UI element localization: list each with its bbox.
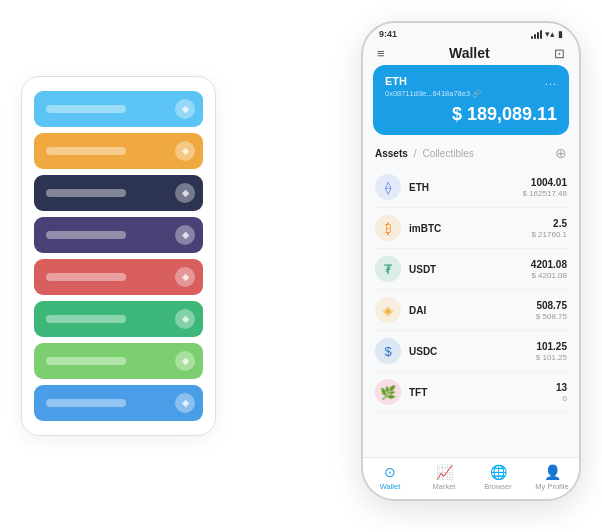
card-label-bar <box>46 189 126 197</box>
bottom-nav-icon-0: ⊙ <box>384 464 396 480</box>
bottom-nav-icon-2: 🌐 <box>490 464 507 480</box>
card-label-bar <box>46 399 126 407</box>
bottom-nav-item-browser[interactable]: 🌐Browser <box>471 464 525 491</box>
bottom-nav: ⊙Wallet📈Market🌐Browser👤My Profile <box>363 457 579 499</box>
asset-usd: $ 162517.48 <box>523 189 568 198</box>
bottom-nav-label-2: Browser <box>484 482 512 491</box>
asset-icon-usdt: ₮ <box>375 256 401 282</box>
scan-icon[interactable]: ⊡ <box>554 46 565 61</box>
asset-qty: 508.75 <box>536 300 567 311</box>
card-label-bar <box>46 357 126 365</box>
bottom-nav-item-my-profile[interactable]: 👤My Profile <box>525 464 579 491</box>
bottom-nav-label-3: My Profile <box>535 482 568 491</box>
status-bar: 9:41 ▾▴ ▮ <box>363 23 579 41</box>
card-dot-icon: ◈ <box>175 183 195 203</box>
asset-amounts: 508.75$ 508.75 <box>536 300 567 321</box>
asset-amounts: 4201.08$ 4201.08 <box>531 259 567 280</box>
card-item-1[interactable]: ◈ <box>34 133 203 169</box>
card-label-bar <box>46 315 126 323</box>
asset-list: ⟠ETH1004.01$ 162517.48₿imBTC2.5$ 21760.1… <box>363 167 579 457</box>
card-item-5[interactable]: ◈ <box>34 301 203 337</box>
asset-usd: 0 <box>556 394 567 403</box>
asset-qty: 13 <box>556 382 567 393</box>
asset-amounts: 130 <box>556 382 567 403</box>
card-dot-icon: ◈ <box>175 225 195 245</box>
asset-name-usdc: USDC <box>409 346 536 357</box>
nav-bar: ≡ Wallet ⊡ <box>363 41 579 65</box>
asset-usd: $ 508.75 <box>536 312 567 321</box>
wifi-icon: ▾▴ <box>545 29 555 39</box>
tab-divider: / <box>414 148 417 159</box>
asset-name-tft: TFT <box>409 387 556 398</box>
card-item-6[interactable]: ◈ <box>34 343 203 379</box>
card-stack: ◈◈◈◈◈◈◈◈ <box>21 76 216 436</box>
asset-icon-usdc: $ <box>375 338 401 364</box>
wallet-card: ETH ... 0x08711d3e...8418a78e3 🔗 $ 189,0… <box>373 65 569 135</box>
assets-header: Assets / Collectibles ⊕ <box>363 143 579 167</box>
card-item-3[interactable]: ◈ <box>34 217 203 253</box>
asset-qty: 101.25 <box>536 341 567 352</box>
phone-frame: 9:41 ▾▴ ▮ ≡ Wallet ⊡ ETH ... <box>361 21 581 501</box>
tab-collectibles[interactable]: Collectibles <box>423 148 474 159</box>
asset-icon-tft: 🌿 <box>375 379 401 405</box>
bottom-nav-item-wallet[interactable]: ⊙Wallet <box>363 464 417 491</box>
asset-name-eth: ETH <box>409 182 523 193</box>
bottom-nav-label-1: Market <box>433 482 456 491</box>
asset-row[interactable]: ◈DAI508.75$ 508.75 <box>373 290 569 331</box>
wallet-balance: $ 189,089.11 <box>385 104 557 125</box>
asset-qty: 1004.01 <box>523 177 568 188</box>
card-dot-icon: ◈ <box>175 393 195 413</box>
asset-qty: 4201.08 <box>531 259 567 270</box>
card-dot-icon: ◈ <box>175 267 195 287</box>
bottom-nav-icon-3: 👤 <box>544 464 561 480</box>
asset-row[interactable]: ⟠ETH1004.01$ 162517.48 <box>373 167 569 208</box>
card-label-bar <box>46 273 126 281</box>
card-item-4[interactable]: ◈ <box>34 259 203 295</box>
asset-icon-imbtc: ₿ <box>375 215 401 241</box>
asset-name-dai: DAI <box>409 305 536 316</box>
asset-row[interactable]: ₮USDT4201.08$ 4201.08 <box>373 249 569 290</box>
asset-row[interactable]: ₿imBTC2.5$ 21760.1 <box>373 208 569 249</box>
card-dot-icon: ◈ <box>175 141 195 161</box>
wallet-address: 0x08711d3e...8418a78e3 🔗 <box>385 89 557 98</box>
card-label-bar <box>46 147 126 155</box>
tab-assets[interactable]: Assets <box>375 148 408 159</box>
asset-icon-eth: ⟠ <box>375 174 401 200</box>
asset-amounts: 1004.01$ 162517.48 <box>523 177 568 198</box>
status-icons: ▾▴ ▮ <box>531 29 563 39</box>
battery-icon: ▮ <box>558 29 563 39</box>
asset-usd: $ 101.25 <box>536 353 567 362</box>
card-item-0[interactable]: ◈ <box>34 91 203 127</box>
asset-usd: $ 21760.1 <box>531 230 567 239</box>
card-dot-icon: ◈ <box>175 99 195 119</box>
signal-bars-icon <box>531 30 542 39</box>
card-label-bar <box>46 231 126 239</box>
card-dot-icon: ◈ <box>175 351 195 371</box>
asset-usd: $ 4201.08 <box>531 271 567 280</box>
asset-row[interactable]: 🌿TFT130 <box>373 372 569 413</box>
status-time: 9:41 <box>379 29 397 39</box>
menu-icon[interactable]: ≡ <box>377 46 385 61</box>
assets-tabs: Assets / Collectibles <box>375 148 474 159</box>
asset-amounts: 2.5$ 21760.1 <box>531 218 567 239</box>
wallet-more-icon[interactable]: ... <box>545 75 557 87</box>
asset-name-usdt: USDT <box>409 264 531 275</box>
card-item-2[interactable]: ◈ <box>34 175 203 211</box>
scene: ◈◈◈◈◈◈◈◈ 9:41 ▾▴ ▮ ≡ Wallet ⊡ <box>21 21 581 511</box>
card-dot-icon: ◈ <box>175 309 195 329</box>
bottom-nav-item-market[interactable]: 📈Market <box>417 464 471 491</box>
asset-icon-dai: ◈ <box>375 297 401 323</box>
wallet-eth-label: ETH <box>385 75 407 87</box>
card-item-7[interactable]: ◈ <box>34 385 203 421</box>
asset-name-imbtc: imBTC <box>409 223 531 234</box>
asset-amounts: 101.25$ 101.25 <box>536 341 567 362</box>
card-label-bar <box>46 105 126 113</box>
asset-qty: 2.5 <box>531 218 567 229</box>
bottom-nav-icon-1: 📈 <box>436 464 453 480</box>
add-asset-button[interactable]: ⊕ <box>555 145 567 161</box>
asset-row[interactable]: $USDC101.25$ 101.25 <box>373 331 569 372</box>
bottom-nav-label-0: Wallet <box>380 482 401 491</box>
nav-title: Wallet <box>449 45 490 61</box>
